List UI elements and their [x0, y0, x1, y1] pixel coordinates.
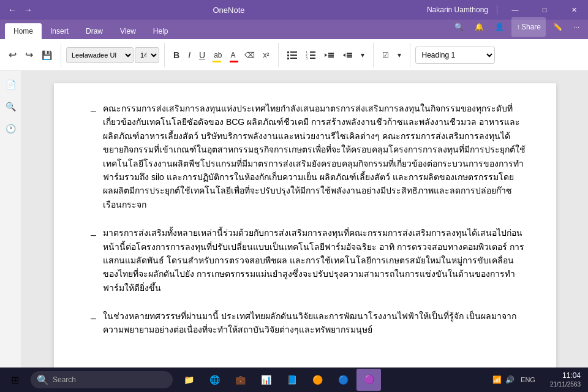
svg-text:3.: 3.: [306, 56, 308, 60]
heading-style-select[interactable]: Heading 1: [415, 47, 495, 64]
font-size-select[interactable]: 14: [135, 47, 159, 63]
paragraph-3[interactable]: ในช่วงหลายทศวรรษที่ผ่านมานี้ ประเทศไทยผล…: [103, 309, 526, 337]
styles-group: Heading 1: [415, 43, 500, 67]
tray-network-icon[interactable]: 📶: [492, 375, 502, 384]
tab-help[interactable]: Help: [145, 23, 177, 39]
toolbar-user-icon[interactable]: 👤: [491, 17, 508, 37]
checkbox-dropdown-button[interactable]: ▾: [394, 45, 405, 65]
svg-rect-18: [347, 55, 352, 56]
recent-icon[interactable]: 🕐: [2, 120, 20, 137]
svg-rect-17: [347, 53, 352, 54]
tab-draw[interactable]: Draw: [77, 23, 111, 39]
tray-volume-icon[interactable]: 🔊: [505, 375, 514, 384]
tab-insert[interactable]: Insert: [42, 23, 77, 39]
bullet-marker-3: –: [91, 311, 103, 337]
bullet-marker-2: –: [91, 227, 103, 295]
redo-button[interactable]: ↪: [21, 45, 37, 65]
clock-date: 21/11/2563: [550, 380, 581, 389]
list-group: 1.2.3. ▾: [284, 43, 374, 67]
taskbar-app-word[interactable]: 📘: [279, 369, 304, 391]
toolbar-bell-icon[interactable]: 🔔: [471, 17, 488, 37]
superscript-button[interactable]: x²: [260, 45, 273, 65]
italic-button[interactable]: I: [184, 45, 194, 65]
taskbar-app-edge[interactable]: 🌐: [202, 369, 227, 391]
font-family-select[interactable]: Leelawadee UI: [66, 47, 134, 63]
windows-icon: ⊞: [11, 374, 19, 386]
tab-home[interactable]: Home: [5, 23, 42, 39]
bullet-list-button[interactable]: [284, 45, 301, 65]
numbered-list-button[interactable]: 1.2.3.: [302, 45, 319, 65]
svg-rect-7: [310, 51, 315, 53]
app-title: OneNote: [36, 6, 422, 15]
bullet-item-2: – มาตรการส่งเสริมทั้งหลายเหล่านี้ร่วมด้ว…: [91, 226, 526, 295]
clear-format-button[interactable]: ⌫: [241, 45, 258, 65]
highlight-button[interactable]: ab: [210, 45, 225, 65]
tab-view[interactable]: View: [111, 23, 145, 39]
bullet-item-3: – ในช่วงหลายทศวรรษที่ผ่านมานี้ ประเทศไทย…: [91, 309, 526, 337]
system-tray: 📶 🔊 ENG: [488, 375, 543, 384]
svg-marker-16: [343, 53, 345, 57]
back-button[interactable]: ←: [5, 2, 20, 17]
taskbar-app-store[interactable]: 💼: [228, 369, 252, 391]
svg-rect-1: [290, 51, 297, 53]
search-sidebar-icon[interactable]: 🔍: [2, 98, 20, 115]
page-area: – คณะกรรมการส่งเสริมการลงทุนแห่งประเทศไท…: [22, 71, 588, 368]
clock-time: 11:04: [550, 371, 581, 381]
taskbar: ⊞ 🔍 Search 📁 🌐 💼 📊 📘 🟠 🔵 🟣 📶 🔊 ENG 11:04…: [0, 368, 588, 392]
start-button[interactable]: ⊞: [2, 369, 27, 391]
toolbar-search-icon[interactable]: 🔍: [451, 17, 467, 37]
svg-rect-13: [328, 53, 334, 54]
taskbar-app-excel[interactable]: 📊: [254, 369, 278, 391]
taskbar-search-icon: 🔍: [37, 374, 49, 386]
taskbar-clock[interactable]: 11:04 21/11/2563: [545, 371, 586, 390]
username: Nakarin Uamthong: [422, 6, 493, 14]
font-group: Leelawadee UI 14: [66, 43, 165, 67]
svg-marker-12: [325, 53, 327, 57]
svg-rect-14: [328, 55, 334, 56]
outdent-button[interactable]: [320, 45, 337, 65]
taskbar-pinned-apps: 📁 🌐 💼 📊 📘 🟠 🔵 🟣: [176, 369, 381, 391]
taskbar-app-powerpoint[interactable]: 🟠: [305, 369, 330, 391]
svg-rect-9: [310, 55, 315, 56]
left-sidebar: 📄 🔍 🕐: [0, 71, 22, 368]
taskbar-app-explorer[interactable]: 📁: [176, 369, 201, 391]
share-button[interactable]: ↑ Share: [511, 17, 546, 37]
indent-button[interactable]: [339, 45, 356, 65]
svg-rect-11: [310, 58, 315, 59]
svg-rect-5: [290, 58, 297, 59]
language-indicator[interactable]: ENG: [518, 376, 538, 383]
bold-button[interactable]: B: [170, 45, 183, 65]
save-button[interactable]: 💾: [38, 45, 56, 65]
document-page[interactable]: – คณะกรรมการส่งเสริมการลงทุนแห่งประเทศไท…: [54, 83, 556, 368]
font-color-button[interactable]: A: [227, 45, 239, 65]
share-label: Share: [521, 23, 541, 31]
bullet-item-1: – คณะกรรมการส่งเสริมการลงทุนแห่งประเทศไท…: [91, 102, 526, 211]
checkbox-group: ☑ ▾: [379, 43, 410, 67]
underline-button[interactable]: U: [195, 45, 209, 65]
forward-button[interactable]: →: [21, 2, 36, 17]
toolbar-more-icon[interactable]: ···: [570, 17, 583, 37]
taskbar-search-box[interactable]: 🔍 Search: [31, 371, 173, 388]
svg-rect-4: [287, 58, 289, 59]
ribbon-bar: ↩ ↪ 💾 Leelawadee UI 14 B I U ab A ⌫ x² 1…: [0, 39, 588, 71]
undo-group: ↩ ↪ 💾: [5, 43, 61, 67]
svg-rect-19: [347, 56, 352, 58]
pages-icon[interactable]: 📄: [2, 76, 20, 93]
nav-buttons: ← →: [5, 2, 36, 17]
title-bar-left: ← →: [5, 2, 36, 17]
taskbar-app-teams[interactable]: 🔵: [331, 369, 355, 391]
ribbon-tabs: Home Insert Draw View Help 🔍 🔔 👤 ↑ Share…: [0, 20, 588, 39]
taskbar-search-label: Search: [53, 375, 76, 384]
svg-rect-15: [328, 56, 334, 58]
main-area: 📄 🔍 🕐 – คณะกรรมการส่งเสริมการลงทุนแห่งปร…: [0, 71, 588, 368]
dropdown-list-button[interactable]: ▾: [357, 45, 368, 65]
paragraph-1[interactable]: คณะกรรมการส่งเสริมการลงทุนแห่งประเทศไทยก…: [103, 102, 526, 211]
checkbox-button[interactable]: ☑: [379, 45, 393, 65]
taskbar-app-onenote[interactable]: 🟣: [356, 369, 381, 391]
toolbar-edit-icon[interactable]: ✏️: [549, 17, 566, 37]
svg-rect-2: [287, 55, 289, 56]
taskbar-right: 📶 🔊 ENG 11:04 21/11/2563: [488, 371, 586, 390]
paragraph-2[interactable]: มาตรการส่งเสริมทั้งหลายเหล่านี้ร่วมด้วยก…: [103, 226, 526, 295]
bullet-marker-1: –: [91, 103, 103, 211]
undo-button[interactable]: ↩: [5, 45, 20, 65]
